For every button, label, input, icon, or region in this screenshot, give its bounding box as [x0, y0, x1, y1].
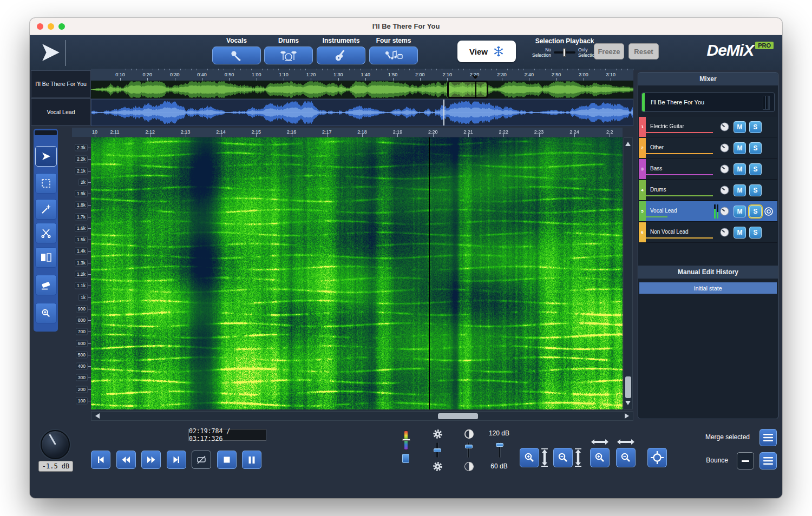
reset-button[interactable]: Reset: [628, 43, 659, 59]
pan-knob[interactable]: [720, 207, 729, 216]
master-track[interactable]: I'll Be There For You: [641, 92, 775, 112]
fast-forward-button[interactable]: [141, 451, 161, 469]
solo-button[interactable]: S: [749, 163, 762, 175]
pan-knob[interactable]: [720, 143, 729, 153]
mute-button[interactable]: M: [734, 206, 746, 217]
dynamic-range-slider-handle[interactable]: [496, 443, 503, 447]
rewind-button[interactable]: [116, 451, 136, 469]
spectrogram-canvas[interactable]: [91, 137, 623, 409]
mute-button[interactable]: M: [734, 184, 746, 196]
solo-button[interactable]: S: [749, 206, 762, 217]
pointer-tool-button[interactable]: [35, 146, 57, 167]
track-level-line[interactable]: [646, 153, 713, 154]
dynamic-range-slider[interactable]: [498, 442, 501, 458]
vertical-scrollbar[interactable]: [624, 137, 633, 409]
vocal-waveform-row[interactable]: [91, 99, 633, 126]
solo-button[interactable]: S: [749, 142, 762, 154]
tool-panel-handle[interactable]: [35, 130, 57, 135]
vocal-waveform-canvas[interactable]: [91, 100, 633, 125]
bounce-menu-button[interactable]: [759, 452, 777, 469]
track-level-line[interactable]: [646, 237, 713, 239]
mixer-track-row[interactable]: 2 Other M S: [639, 138, 777, 158]
zoom-out-horizontal-button[interactable]: [616, 448, 636, 467]
track-level-line[interactable]: [646, 195, 713, 196]
zoom-in-vertical-button[interactable]: [520, 448, 539, 467]
brightness-slider[interactable]: [436, 442, 438, 458]
magic-wand-tool-button[interactable]: [35, 199, 57, 220]
scissors-tool-button[interactable]: [35, 223, 57, 243]
contrast-icon[interactable]: [464, 429, 474, 439]
contrast-icon-2[interactable]: [464, 461, 474, 472]
four-stems-button[interactable]: [369, 47, 418, 64]
mute-button[interactable]: M: [734, 121, 746, 133]
stop-button[interactable]: [217, 451, 237, 469]
slider-handle[interactable]: [563, 48, 566, 57]
skip-to-end-button[interactable]: [167, 451, 186, 469]
spectrogram-view[interactable]: [91, 137, 623, 409]
maximize-button[interactable]: [58, 23, 65, 30]
pan-knob[interactable]: [720, 164, 729, 174]
scroll-down-arrow-icon[interactable]: [625, 401, 631, 408]
track-level-line[interactable]: [646, 216, 667, 217]
view-button[interactable]: View: [457, 41, 516, 62]
solo-button[interactable]: S: [749, 184, 762, 196]
zoom-out-vertical-button[interactable]: [553, 448, 573, 467]
volume-knob[interactable]: [41, 430, 70, 459]
marquee-select-tool-button[interactable]: [35, 173, 57, 194]
timeline-ruler[interactable]: 0:100:200:300:400:501:001:101:201:301:40…: [91, 69, 633, 81]
mute-button[interactable]: M: [734, 163, 746, 175]
dual-pane-tool-button[interactable]: [35, 247, 57, 268]
contrast-slider-handle[interactable]: [465, 445, 473, 448]
pan-knob[interactable]: [720, 186, 729, 195]
history-item[interactable]: initial state: [639, 282, 777, 294]
gear-icon-2[interactable]: [433, 461, 443, 472]
mute-button[interactable]: M: [734, 227, 746, 239]
zoom-tool-button[interactable]: [35, 303, 57, 323]
spectrogram-time-ruler[interactable]: 102:112:122:132:142:152:162:172:182:192:…: [91, 128, 623, 137]
mixer-track-row[interactable]: 1 Electric Guitar M S: [639, 117, 777, 137]
pause-button[interactable]: [242, 451, 261, 469]
scroll-left-arrow-icon[interactable]: [93, 413, 100, 419]
record-indicator-icon[interactable]: [764, 207, 774, 219]
time-selection-box[interactable]: [447, 81, 488, 98]
overview-waveform-canvas[interactable]: [91, 81, 633, 98]
mixer-track-row[interactable]: 4 Drums M S: [639, 180, 777, 201]
solo-button[interactable]: S: [749, 227, 762, 239]
vocals-button[interactable]: [212, 47, 261, 64]
loop-button[interactable]: [192, 451, 211, 469]
mixer-track-row[interactable]: 5 Vocal Lead M S: [639, 201, 777, 222]
horizontal-scrollbar[interactable]: [91, 411, 633, 421]
pan-knob[interactable]: [720, 228, 729, 237]
solo-button[interactable]: S: [749, 121, 762, 133]
minimize-button[interactable]: [48, 23, 54, 30]
eraser-tool-button[interactable]: [35, 275, 57, 295]
fit-view-button[interactable]: [647, 448, 667, 467]
horizontal-scroll-thumb[interactable]: [438, 413, 478, 419]
vertical-scroll-thumb[interactable]: [625, 376, 631, 398]
pan-knob[interactable]: [720, 122, 729, 131]
color-map-lower-handle[interactable]: [402, 454, 409, 463]
mixer-track-row[interactable]: 6 Non Vocal Lead M S: [639, 222, 777, 243]
color-map-slider[interactable]: [404, 431, 408, 450]
color-map-handle[interactable]: [402, 439, 410, 441]
selection-playback-slider[interactable]: [554, 47, 575, 58]
overview-waveform-row[interactable]: [91, 81, 633, 98]
close-button[interactable]: [37, 23, 43, 30]
zoom-in-horizontal-button[interactable]: [590, 448, 610, 467]
gear-icon[interactable]: [433, 429, 443, 439]
track-level-line[interactable]: [646, 132, 713, 133]
mute-button[interactable]: M: [734, 142, 746, 154]
minor-tick-mark: [376, 69, 377, 70]
scroll-up-arrow-icon[interactable]: [625, 139, 631, 146]
scroll-right-arrow-icon[interactable]: [625, 413, 632, 419]
track-level-line[interactable]: [646, 174, 713, 175]
merge-menu-button[interactable]: [759, 429, 777, 446]
bounce-minus-button[interactable]: [737, 452, 754, 469]
instruments-button[interactable]: [317, 47, 365, 64]
skip-to-start-button[interactable]: [91, 451, 110, 469]
brightness-slider-handle[interactable]: [434, 448, 441, 452]
freeze-button[interactable]: Freeze: [594, 43, 624, 59]
mixer-track-row[interactable]: 3 Bass M S: [639, 159, 777, 180]
drums-button[interactable]: [264, 47, 313, 64]
contrast-slider[interactable]: [467, 442, 470, 458]
